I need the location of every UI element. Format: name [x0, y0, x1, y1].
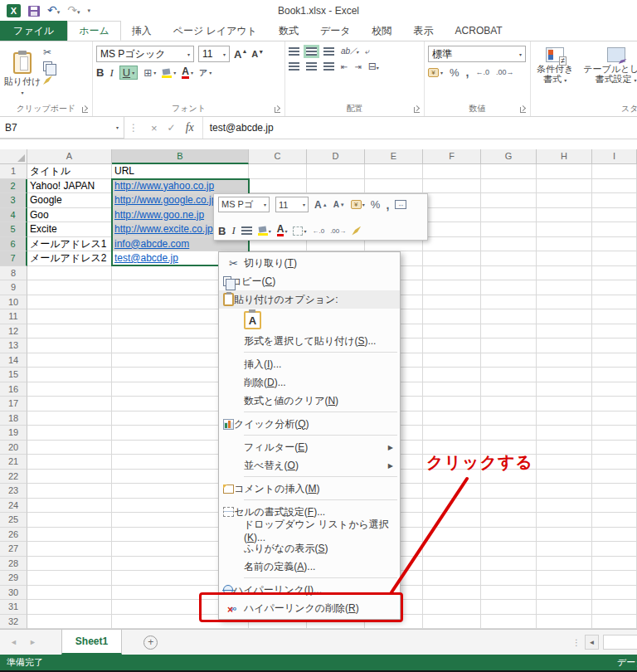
- mini-fill-color-button[interactable]: ▾: [258, 226, 271, 236]
- mini-percent-button[interactable]: %: [371, 198, 381, 211]
- cell-A27[interactable]: [27, 542, 112, 557]
- wrap-text-icon[interactable]: ⤶: [365, 46, 370, 56]
- row-header-23[interactable]: 23: [0, 484, 27, 499]
- ribbon-tab-挿入[interactable]: 挿入: [121, 21, 163, 41]
- cell-I13[interactable]: [592, 338, 637, 353]
- cell-G9[interactable]: [481, 280, 537, 295]
- row-header-27[interactable]: 27: [0, 542, 27, 557]
- cell-I28[interactable]: [592, 557, 637, 572]
- menu-item-d[interactable]: 削除(D)...: [219, 373, 400, 392]
- mini-increase-decimal-button[interactable]: ←.0: [312, 227, 324, 235]
- styles-button-1[interactable]: 条件付き書式 ▾: [534, 46, 576, 103]
- mini-align-center-icon[interactable]: [241, 226, 252, 235]
- cell-I27[interactable]: [592, 542, 637, 557]
- cell-I9[interactable]: [592, 280, 637, 295]
- cell-G18[interactable]: [481, 411, 537, 426]
- phonetic-button[interactable]: ア▾: [199, 67, 212, 79]
- cell-I1[interactable]: [592, 164, 637, 179]
- cell-H29[interactable]: [537, 571, 592, 586]
- cell-A17[interactable]: [27, 397, 112, 411]
- clipboard-dialog-launcher-icon[interactable]: [82, 107, 88, 113]
- cell-G6[interactable]: [481, 237, 537, 252]
- row-header-25[interactable]: 25: [0, 513, 27, 528]
- cell-H26[interactable]: [537, 528, 592, 543]
- font-dialog-launcher-icon[interactable]: [275, 107, 280, 113]
- row-header-8[interactable]: 8: [0, 266, 27, 281]
- cell-I25[interactable]: [592, 513, 637, 528]
- column-header-I[interactable]: I: [592, 149, 637, 164]
- cell-F19[interactable]: [423, 426, 481, 441]
- cell-G24[interactable]: [481, 499, 537, 514]
- cell-F31[interactable]: [423, 600, 481, 615]
- cell-A28[interactable]: [27, 557, 112, 572]
- paste-dropdown-icon[interactable]: ▾: [21, 90, 23, 95]
- cell-A6[interactable]: メールアドレス1: [27, 237, 112, 252]
- mini-accounting-button[interactable]: ¥▾: [351, 200, 365, 209]
- cell-F13[interactable]: [423, 338, 481, 353]
- cell-F28[interactable]: [423, 557, 481, 572]
- row-header-16[interactable]: 16: [0, 382, 27, 397]
- cell-F32[interactable]: [423, 615, 481, 630]
- cell-H20[interactable]: [537, 441, 592, 455]
- cell-G2[interactable]: [481, 179, 537, 194]
- enter-icon[interactable]: ✓: [168, 122, 176, 134]
- ribbon-tab-ページ レイアウト[interactable]: ページ レイアウト: [163, 21, 268, 41]
- cell-A22[interactable]: [27, 470, 112, 485]
- number-format-select[interactable]: 標準▾: [428, 46, 526, 62]
- cell-H5[interactable]: [537, 222, 592, 237]
- cell-G17[interactable]: [481, 397, 537, 411]
- cell-A8[interactable]: [27, 266, 112, 281]
- menu-item-a[interactable]: 名前の定義(A)...: [219, 558, 400, 576]
- merge-center-icon[interactable]: ⊟▾: [368, 61, 379, 72]
- cell-G16[interactable]: [481, 382, 537, 397]
- row-header-7[interactable]: 7: [0, 251, 27, 266]
- row-header-14[interactable]: 14: [0, 353, 27, 368]
- cell-I22[interactable]: [592, 470, 637, 485]
- new-sheet-icon[interactable]: +: [143, 635, 158, 650]
- align-top-icon[interactable]: [289, 47, 299, 56]
- cell-A3[interactable]: Google: [27, 193, 112, 208]
- mini-comma-button[interactable]: ,: [386, 198, 389, 212]
- cell-A16[interactable]: [27, 382, 112, 397]
- cell-F6[interactable]: [423, 237, 481, 252]
- cell-G10[interactable]: [481, 295, 537, 310]
- cell-I17[interactable]: [592, 397, 637, 411]
- cell-H9[interactable]: [537, 280, 592, 295]
- cell-I18[interactable]: [592, 411, 637, 426]
- cell-H3[interactable]: [537, 193, 592, 208]
- cell-G25[interactable]: [481, 513, 537, 528]
- cell-G30[interactable]: [481, 586, 537, 601]
- cell-A2[interactable]: Yahoo! JAPAN: [27, 179, 112, 194]
- cell-I32[interactable]: [592, 615, 637, 630]
- cell-H27[interactable]: [537, 542, 592, 557]
- mini-format-painter-icon[interactable]: [352, 226, 361, 236]
- cell-H18[interactable]: [537, 411, 592, 426]
- cell-I7[interactable]: [592, 251, 637, 266]
- cell-A9[interactable]: [27, 280, 112, 295]
- font-color-button[interactable]: A▾: [182, 67, 193, 79]
- cell-H14[interactable]: [537, 353, 592, 368]
- cell-A11[interactable]: [27, 309, 112, 324]
- cell-F30[interactable]: [423, 586, 481, 601]
- column-header-D[interactable]: D: [307, 149, 365, 164]
- ribbon-tab-校閲[interactable]: 校閲: [362, 21, 403, 41]
- column-header-E[interactable]: E: [365, 149, 423, 164]
- paste-option-values-icon[interactable]: A: [244, 311, 261, 329]
- cell-G4[interactable]: [481, 208, 537, 223]
- row-header-28[interactable]: 28: [0, 557, 27, 572]
- row-header-6[interactable]: 6: [0, 237, 27, 252]
- menu-item-paste[interactable]: 貼り付けのオプション:: [219, 290, 400, 309]
- cell-G3[interactable]: [481, 193, 537, 208]
- row-header-18[interactable]: 18: [0, 411, 27, 426]
- font-name-select[interactable]: MS Pゴシック▾: [96, 46, 194, 62]
- cell-D2[interactable]: [307, 179, 365, 194]
- hscroll-left-icon[interactable]: ◄: [585, 635, 599, 650]
- cell-G32[interactable]: [481, 615, 537, 630]
- cell-A30[interactable]: [27, 586, 112, 601]
- align-middle-icon[interactable]: [306, 47, 317, 56]
- cell-H17[interactable]: [537, 397, 592, 411]
- menu-item-hyperlink[interactable]: ハイパーリンク(I)...: [219, 581, 400, 599]
- cancel-icon[interactable]: ×: [151, 122, 158, 134]
- cell-A25[interactable]: [27, 513, 112, 528]
- row-header-17[interactable]: 17: [0, 397, 27, 411]
